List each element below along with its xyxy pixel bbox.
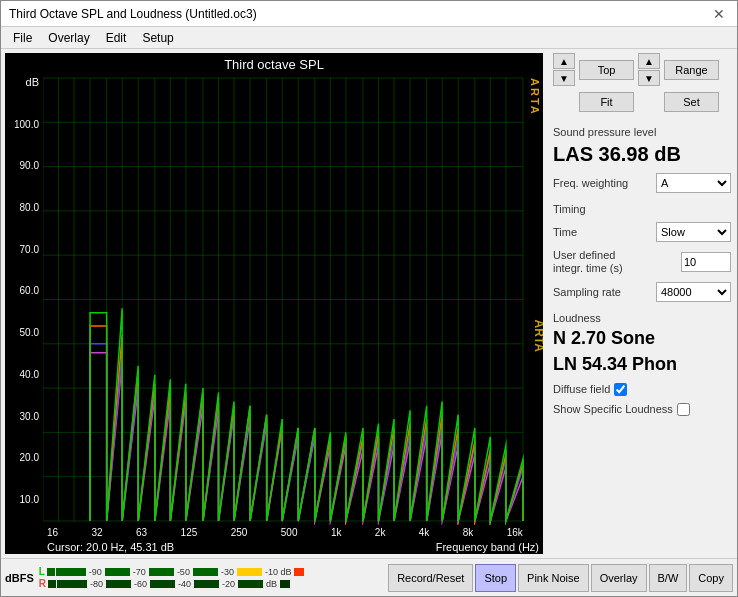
l-tick-50: -50 xyxy=(177,567,190,577)
main-content: Third octave SPL dB 100.0 90.0 80.0 70.0… xyxy=(1,49,737,558)
y-tick-20: 20.0 xyxy=(9,452,39,463)
top-down-btn[interactable]: ▼ xyxy=(553,70,575,86)
l-tick-90: -90 xyxy=(89,567,102,577)
timing-section-label: Timing xyxy=(553,203,731,215)
diffuse-field-label: Diffuse field xyxy=(553,383,610,395)
r-tick-db: dB xyxy=(266,579,277,589)
diffuse-field-row: Diffuse field xyxy=(553,383,731,396)
user-defined-row: User defined integr. time (s) xyxy=(553,249,731,275)
show-specific-checkbox[interactable] xyxy=(677,403,690,416)
sampling-row: Sampling rate 48000 44100 96000 xyxy=(553,282,731,302)
diffuse-field-checkbox[interactable] xyxy=(614,383,627,396)
freq-weighting-row: Freq. weighting A B C Z xyxy=(553,173,731,193)
sampling-select[interactable]: 48000 44100 96000 xyxy=(656,282,731,302)
loudness-n-value: N 2.70 Sone xyxy=(553,328,731,350)
y-tick-50: 50.0 xyxy=(9,327,39,338)
title-bar: Third Octave SPL and Loudness (Untitled.… xyxy=(1,1,737,27)
user-defined-label: User defined integr. time (s) xyxy=(553,249,648,275)
level-row-r: R -80 -60 -40 -20 dB xyxy=(39,578,386,589)
copy-btn[interactable]: Copy xyxy=(689,564,733,592)
level-indicator: L -90 -70 -50 -30 -10 dB R xyxy=(39,566,386,589)
range-down-btn[interactable]: ▼ xyxy=(638,70,660,86)
time-label: Time xyxy=(553,226,577,238)
y-tick-80: 80.0 xyxy=(9,202,39,213)
x-4k: 4k xyxy=(419,527,430,538)
menu-setup[interactable]: Setup xyxy=(134,29,181,46)
top-btn[interactable]: Top xyxy=(579,60,634,80)
y-tick-40: 40.0 xyxy=(9,369,39,380)
r-tick-20: -20 xyxy=(222,579,235,589)
x-250: 250 xyxy=(231,527,248,538)
freq-weighting-label: Freq. weighting xyxy=(553,177,628,189)
chart-canvas xyxy=(43,74,543,525)
menu-file[interactable]: File xyxy=(5,29,40,46)
r-bar-container: -80 -60 -40 -20 dB xyxy=(48,579,386,589)
spl-section-label: Sound pressure level xyxy=(553,126,731,138)
show-specific-label: Show Specific Loudness xyxy=(553,403,673,415)
y-tick-30: 30.0 xyxy=(9,411,39,422)
x-1k: 1k xyxy=(331,527,342,538)
y-tick-10: 10.0 xyxy=(9,494,39,505)
spl-value: LAS 36.98 dB xyxy=(553,142,731,166)
record-reset-btn[interactable]: Record/Reset xyxy=(388,564,473,592)
y-label-db: dB xyxy=(9,76,39,88)
x-32: 32 xyxy=(92,527,103,538)
menu-overlay[interactable]: Overlay xyxy=(40,29,97,46)
y-tick-60: 60.0 xyxy=(9,285,39,296)
right-panel: ▲ ▼ Top ▲ ▼ Range Fit Set Sound pressure… xyxy=(547,49,737,558)
dbfs-label: dBFS xyxy=(5,572,34,584)
set-btn[interactable]: Set xyxy=(664,92,719,112)
time-select[interactable]: Slow Fast Impulse xyxy=(656,222,731,242)
bw-btn[interactable]: B/W xyxy=(649,564,688,592)
range-btn[interactable]: Range xyxy=(664,60,719,80)
chart-title: Third octave SPL xyxy=(5,53,543,74)
freq-weighting-select[interactable]: A B C Z xyxy=(656,173,731,193)
l-tick-30: -30 xyxy=(221,567,234,577)
x-16k: 16k xyxy=(507,527,523,538)
main-window: Third Octave SPL and Loudness (Untitled.… xyxy=(0,0,738,597)
user-defined-input[interactable] xyxy=(681,252,731,272)
close-button[interactable]: ✕ xyxy=(709,4,729,24)
r-tick-60: -60 xyxy=(134,579,147,589)
range-nav-col: ▲ ▼ xyxy=(638,53,660,86)
chart-plot: ARTA xyxy=(43,74,543,525)
cursor-info: Cursor: 20.0 Hz, 45.31 dB Frequency band… xyxy=(43,540,543,554)
nav-controls: ▲ ▼ Top ▲ ▼ Range xyxy=(553,53,731,86)
x-16: 16 xyxy=(47,527,58,538)
y-tick-90: 90.0 xyxy=(9,160,39,171)
menu-edit[interactable]: Edit xyxy=(98,29,135,46)
menu-bar: File Overlay Edit Setup xyxy=(1,27,737,49)
x-8k: 8k xyxy=(463,527,474,538)
x-2k: 2k xyxy=(375,527,386,538)
loudness-ln-value: LN 54.34 Phon xyxy=(553,354,731,376)
chart-area: Third octave SPL dB 100.0 90.0 80.0 70.0… xyxy=(5,53,543,554)
stop-btn[interactable]: Stop xyxy=(475,564,516,592)
y-tick-70: 70.0 xyxy=(9,244,39,255)
l-bar-container: -90 -70 -50 -30 -10 dB xyxy=(47,567,386,577)
cursor-text: Cursor: 20.0 Hz, 45.31 dB xyxy=(47,541,174,553)
nav-controls-2: Fit Set xyxy=(553,92,731,112)
pink-noise-btn[interactable]: Pink Noise xyxy=(518,564,589,592)
y-axis: dB 100.0 90.0 80.0 70.0 60.0 50.0 40.0 3… xyxy=(5,74,43,525)
x-axis-area: 16 32 63 125 250 500 1k 2k 4k 8k 16k Cur… xyxy=(5,525,543,554)
top-up-btn[interactable]: ▲ xyxy=(553,53,575,69)
r-tick-40: -40 xyxy=(178,579,191,589)
bottom-buttons: Record/Reset Stop Pink Noise Overlay B/W… xyxy=(388,564,733,592)
range-up-btn[interactable]: ▲ xyxy=(638,53,660,69)
x-500: 500 xyxy=(281,527,298,538)
fit-btn[interactable]: Fit xyxy=(579,92,634,112)
x-axis-labels: 16 32 63 125 250 500 1k 2k 4k 8k 16k xyxy=(43,525,543,540)
level-row-l: L -90 -70 -50 -30 -10 dB xyxy=(39,566,386,577)
r-channel-label: R xyxy=(39,578,46,589)
sampling-label: Sampling rate xyxy=(553,286,621,298)
top-nav-col: ▲ ▼ xyxy=(553,53,575,86)
chart-body: dB 100.0 90.0 80.0 70.0 60.0 50.0 40.0 3… xyxy=(5,74,543,525)
l-tick-70: -70 xyxy=(133,567,146,577)
window-title: Third Octave SPL and Loudness (Untitled.… xyxy=(9,7,257,21)
chart-arta-label: ARTA xyxy=(529,78,541,116)
freq-band-label: Frequency band (Hz) xyxy=(436,541,539,553)
l-channel-label: L xyxy=(39,566,45,577)
x-63: 63 xyxy=(136,527,147,538)
overlay-btn[interactable]: Overlay xyxy=(591,564,647,592)
x-125: 125 xyxy=(181,527,198,538)
